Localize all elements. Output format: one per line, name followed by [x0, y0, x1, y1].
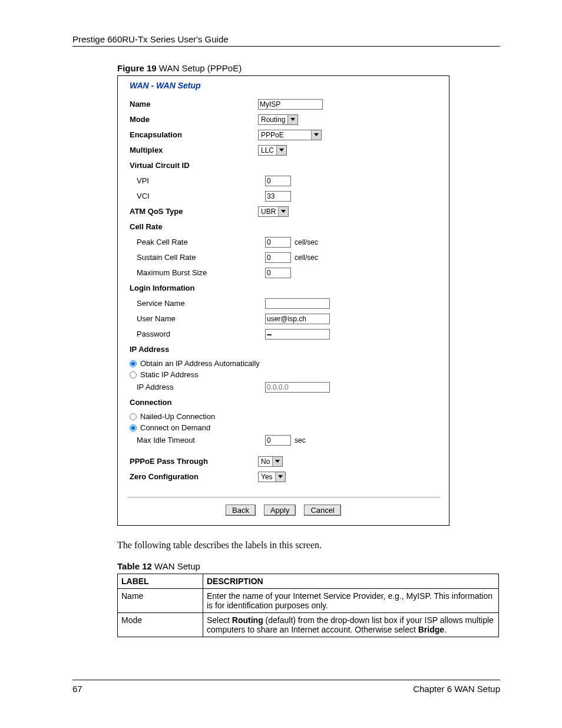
header-rule: [72, 46, 500, 47]
chevron-down-icon: [276, 146, 286, 155]
ip-static-radio[interactable]: [130, 371, 137, 378]
idle-label: Max Idle Timeout: [130, 434, 265, 446]
qos-select-value: UBR: [259, 207, 278, 216]
chevron-down-icon: [272, 457, 282, 466]
ondemand-radio[interactable]: [130, 424, 137, 431]
qos-select[interactable]: UBR: [258, 206, 289, 217]
chevron-down-icon: [275, 472, 285, 482]
zero-config-label: Zero Configuration: [130, 471, 258, 483]
svg-marker-4: [275, 460, 280, 463]
ip-static-text: Static IP Address: [140, 370, 199, 379]
idle-input[interactable]: [265, 435, 291, 446]
username-label: User Name: [130, 313, 265, 325]
vpi-label: VPI: [130, 175, 265, 187]
apply-button[interactable]: Apply: [264, 505, 296, 516]
footer-rule: [72, 680, 500, 680]
mode-select-value: Routing: [259, 115, 287, 124]
table-text: WAN Setup: [152, 561, 200, 571]
encapsulation-label: Encapsulation: [130, 129, 258, 141]
password-label: Password: [130, 328, 265, 340]
back-button[interactable]: Back: [226, 505, 256, 516]
multiplex-label: Multiplex: [130, 144, 258, 156]
ipaddress-label: IP Address: [130, 344, 258, 355]
multiplex-select-value: LLC: [259, 146, 276, 155]
cellrate-label: Cell Rate: [130, 221, 258, 233]
mode-label: Mode: [130, 114, 258, 126]
doc-title: Prestige 660RU-Tx Series User's Guide: [72, 34, 500, 44]
nailed-text: Nailed-Up Connection: [140, 412, 215, 421]
scr-unit: cell/sec: [293, 252, 318, 263]
login-label: Login Information: [130, 282, 258, 294]
table-header-description: DESCRIPTION: [203, 574, 499, 589]
chevron-down-icon: [311, 130, 321, 140]
pppoe-passthrough-label: PPPoE Pass Through: [130, 456, 258, 467]
table-row: Mode Select Routing (default) from the d…: [118, 613, 499, 637]
mbs-label: Maximum Burst Size: [130, 267, 265, 279]
vpi-input[interactable]: [265, 176, 291, 186]
pppoe-passthrough-value: No: [259, 457, 272, 466]
ip-field-input[interactable]: [265, 382, 330, 393]
panel-separator: [127, 497, 439, 498]
figure-number: Figure 19: [117, 63, 157, 73]
cancel-button[interactable]: Cancel: [304, 505, 340, 516]
svg-marker-3: [281, 210, 286, 213]
wan-setup-table: LABEL DESCRIPTION Name Enter the name of…: [117, 574, 499, 637]
page-number: 67: [72, 684, 82, 694]
table-cell: Name: [118, 589, 203, 613]
encapsulation-select-value: PPPoE: [259, 130, 286, 140]
service-name-label: Service Name: [130, 298, 265, 309]
figure-caption: Figure 19 WAN Setup (PPPoE): [117, 63, 500, 73]
zero-config-select[interactable]: Yes: [258, 472, 286, 482]
password-input[interactable]: [265, 329, 330, 340]
encapsulation-select[interactable]: PPPoE: [258, 130, 322, 140]
chevron-down-icon: [287, 115, 297, 124]
svg-marker-1: [314, 133, 319, 136]
table-cell: Enter the name of your Internet Service …: [203, 589, 499, 613]
pcr-input[interactable]: [265, 237, 291, 248]
mbs-input[interactable]: [265, 268, 291, 278]
ip-auto-text: Obtain an IP Address Automatically: [140, 359, 260, 368]
pppoe-passthrough-select[interactable]: No: [258, 456, 283, 467]
table-header-label: LABEL: [118, 574, 203, 589]
vcid-label: Virtual Circuit ID: [130, 160, 258, 172]
table-caption: Table 12 WAN Setup: [117, 561, 500, 571]
multiplex-select[interactable]: LLC: [258, 145, 287, 156]
connection-label: Connection: [130, 397, 258, 409]
vci-label: VCI: [130, 190, 265, 202]
vci-input[interactable]: [265, 191, 291, 202]
svg-marker-2: [279, 149, 284, 151]
ondemand-text: Connect on Demand: [140, 423, 210, 432]
table-row: Name Enter the name of your Internet Ser…: [118, 589, 499, 613]
ip-auto-radio[interactable]: [130, 360, 137, 367]
name-input[interactable]: [258, 99, 323, 110]
chapter-title: Chapter 6 WAN Setup: [413, 684, 500, 694]
table-cell: Select Routing (default) from the drop-d…: [203, 613, 499, 637]
wan-setup-panel: WAN - WAN Setup Name Mode Routing Encaps…: [117, 75, 449, 526]
body-paragraph: The following table describes the labels…: [117, 540, 500, 551]
panel-title: WAN - WAN Setup: [130, 81, 437, 90]
scr-label: Sustain Cell Rate: [130, 252, 265, 263]
ip-field-label: IP Address: [130, 381, 265, 393]
scr-input[interactable]: [265, 252, 291, 263]
mode-select[interactable]: Routing: [258, 114, 298, 125]
svg-marker-5: [278, 475, 283, 478]
service-name-input[interactable]: [265, 298, 330, 309]
nailed-radio[interactable]: [130, 413, 137, 420]
zero-config-value: Yes: [259, 472, 275, 482]
name-label: Name: [130, 98, 258, 110]
figure-text: WAN Setup (PPPoE): [157, 63, 242, 73]
svg-marker-0: [290, 118, 295, 121]
table-number: Table 12: [117, 561, 152, 571]
pcr-unit: cell/sec: [293, 236, 318, 248]
table-cell: Mode: [118, 613, 203, 637]
username-input[interactable]: [265, 314, 330, 324]
chevron-down-icon: [278, 207, 288, 216]
qos-label: ATM QoS Type: [130, 206, 258, 218]
pcr-label: Peak Cell Rate: [130, 236, 265, 248]
idle-unit: sec: [293, 434, 306, 446]
